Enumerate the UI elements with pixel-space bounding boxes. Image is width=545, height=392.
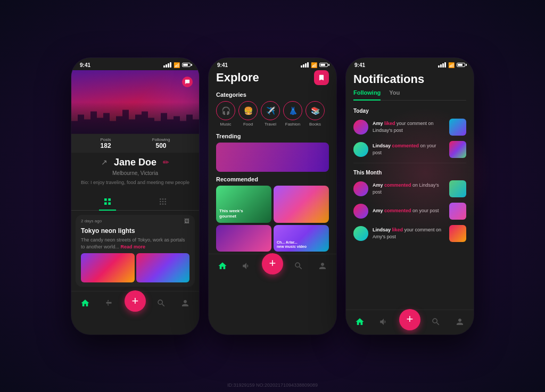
wifi-icon-1: 📶	[174, 62, 180, 68]
notif-text-4: Amy commented on your post	[373, 207, 445, 214]
nav-profile-2[interactable]	[314, 257, 331, 274]
share-icon[interactable]: ↗	[101, 158, 108, 166]
nav-home-1[interactable]	[77, 295, 94, 312]
nav-search-3[interactable]	[427, 313, 444, 330]
rec-small-music[interactable]: Ch... Ariar...new music video	[274, 225, 329, 252]
nav-add-3[interactable]: +	[399, 309, 420, 330]
recommended-title: Recommended	[209, 174, 336, 186]
profile-name: Jane Doe	[114, 157, 156, 168]
rec-card-2[interactable]	[274, 186, 329, 223]
status-time-3: 9:41	[354, 62, 365, 68]
nav-search-2[interactable]	[290, 257, 307, 274]
read-more-link[interactable]: Read more	[121, 244, 146, 249]
notif-text-3: Amy commented on Lindsay's post	[373, 182, 445, 195]
rec-card-gourmet[interactable]: This week'sgourmet	[216, 186, 271, 223]
status-bar-2: 9:41 📶	[209, 58, 336, 70]
rec-card-gourmet-label: This week'sgourmet	[219, 208, 243, 220]
phone2-screen: 9:41 📶 Explore Categories	[209, 58, 336, 335]
svg-rect-0	[104, 198, 107, 201]
notif-text-1: Amy liked your comment on Lindsay's post	[373, 120, 445, 134]
phone-profile: 9:41 📶	[71, 58, 199, 335]
notif-action-1: liked	[384, 121, 395, 126]
status-bar-1: 9:41 📶	[71, 58, 199, 70]
tab-list-view[interactable]	[99, 194, 116, 208]
status-icons-1: 📶	[163, 62, 191, 68]
notif-action-4: commented	[384, 208, 411, 213]
phone3-screen: 9:41 📶 Notifications Following You	[346, 58, 474, 335]
category-books-label: Books	[309, 122, 321, 127]
post-excerpt: The candy neon streets of Tokyo, work as…	[76, 237, 195, 253]
music-icon-circle: 🎧	[216, 101, 235, 120]
status-time-2: 9:41	[217, 62, 228, 68]
hero-image	[71, 70, 199, 134]
notif-avatar-amy-3	[353, 204, 368, 219]
category-music-label: Music	[220, 122, 232, 127]
category-fashion-label: Fashion	[285, 122, 300, 127]
nav-add-2[interactable]: +	[262, 253, 283, 274]
categories-row: 🎧 Music 🍔 Food ✈️ Travel 👗 Fashion 📚 Boo…	[209, 101, 336, 131]
today-section-title: Today	[346, 104, 474, 116]
notif-action-3: commented	[384, 182, 411, 188]
svg-point-9	[164, 201, 166, 203]
notif-name-2: Lindsay	[373, 143, 392, 148]
notifications-tabs: Following You	[353, 89, 466, 101]
profile-info: ↗ Jane Doe ✏ Melbourne, Victoria Bio: I …	[71, 153, 199, 190]
profile-stats: Posts 182 Following 500	[71, 134, 199, 153]
nav-megaphone-2[interactable]	[238, 257, 255, 274]
category-books[interactable]: 📚 Books	[305, 101, 325, 127]
category-travel[interactable]: ✈️ Travel	[261, 101, 280, 127]
svg-point-12	[164, 203, 166, 205]
battery-icon-2	[319, 63, 328, 67]
nav-home-3[interactable]	[351, 313, 368, 330]
phone-explore: 9:41 📶 Explore Categories	[209, 58, 336, 335]
profile-location: Melbourne, Victoria	[80, 170, 191, 176]
wifi-icon-2: 📶	[311, 62, 317, 68]
category-music[interactable]: 🎧 Music	[216, 101, 235, 127]
following-label: Following	[152, 137, 170, 142]
tab-you[interactable]: You	[389, 89, 400, 98]
notification-bubble[interactable]	[182, 77, 193, 87]
wifi-icon-3: 📶	[448, 62, 455, 68]
edit-icon[interactable]: ✏	[163, 158, 169, 166]
rec-small-1[interactable]	[216, 225, 271, 252]
notif-item-2: Lindsay commented on your post	[346, 138, 474, 161]
notif-action-5: liked	[392, 227, 403, 232]
nav-profile-1[interactable]	[177, 295, 194, 312]
svg-point-11	[162, 203, 164, 205]
notif-thumb-2	[449, 141, 466, 158]
profile-tabs	[71, 190, 199, 211]
post-image-1	[81, 253, 135, 282]
tab-grid-view[interactable]	[154, 194, 171, 208]
posts-label: Posts	[101, 137, 111, 142]
nav-search-1[interactable]	[153, 295, 170, 312]
phone1-screen: 9:41 📶	[71, 58, 199, 335]
category-travel-label: Travel	[265, 122, 276, 127]
phone-notifications: 9:41 📶 Notifications Following You	[346, 58, 474, 335]
notif-thumb-5	[449, 225, 466, 242]
notif-action-2: commented	[392, 143, 419, 148]
following-value: 500	[152, 142, 170, 149]
bookmark-button[interactable]	[314, 70, 329, 85]
nav-megaphone-1[interactable]	[101, 295, 118, 312]
notifications-header: Notifications Following You	[346, 70, 474, 104]
bottom-nav-1: +	[71, 291, 199, 316]
status-bar-3: 9:41 📶	[346, 58, 474, 70]
category-fashion[interactable]: 👗 Fashion	[283, 101, 302, 127]
trending-title: Trending	[209, 131, 336, 143]
posts-stat: Posts 182	[101, 137, 111, 149]
nav-add-1[interactable]: +	[125, 290, 146, 312]
nav-megaphone-3[interactable]	[375, 313, 392, 330]
category-food[interactable]: 🍔 Food	[238, 101, 258, 127]
tab-following[interactable]: Following	[353, 89, 381, 98]
svg-rect-3	[108, 202, 111, 205]
categories-title: Categories	[209, 89, 336, 101]
post-card: 2 days ago 🖼 Tokyo neon lights The candy…	[76, 215, 195, 287]
svg-point-7	[160, 201, 161, 203]
nav-home-2[interactable]	[214, 257, 231, 274]
svg-point-8	[162, 201, 164, 203]
nav-profile-3[interactable]	[451, 313, 468, 330]
food-icon-circle: 🍔	[238, 101, 258, 120]
notif-name-1: Amy	[373, 121, 384, 126]
notif-thumb-1	[449, 119, 466, 136]
notif-text-2: Lindsay commented on your post	[373, 143, 445, 156]
